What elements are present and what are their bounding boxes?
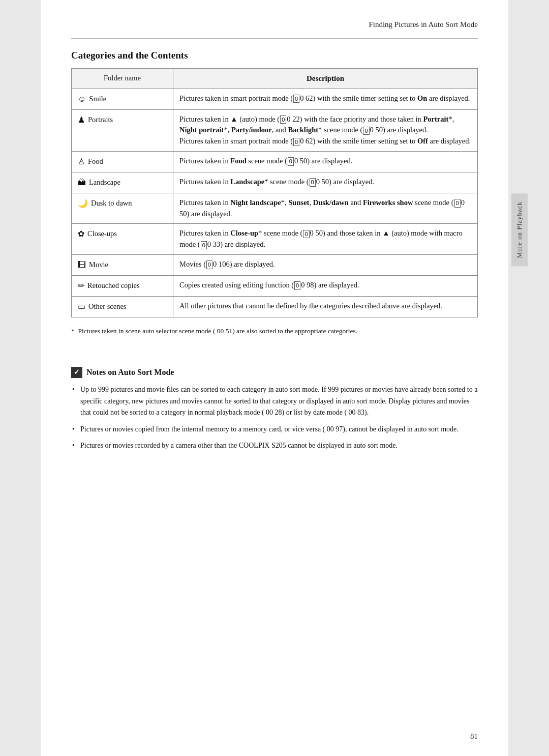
description-cell: Pictures taken in Night landscape*, Suns…	[173, 193, 478, 224]
notes-title: ✓ Notes on Auto Sort Mode	[71, 367, 478, 378]
description-cell: Movies (00 106) are displayed.	[173, 254, 478, 275]
page-number: 81	[470, 732, 478, 741]
description-cell: Pictures taken in Landscape* scene mode …	[173, 172, 478, 193]
description-cell: All other pictures that cannot be define…	[173, 296, 478, 317]
folder-icon: 🏔	[78, 177, 86, 189]
folder-cell: ♟ Portraits	[72, 109, 173, 151]
table-row: ☺ SmilePictures taken in smart portrait …	[72, 89, 478, 109]
folder-icon: 🌙	[78, 197, 88, 210]
folder-cell: ✏ Retouched copies	[72, 275, 173, 296]
folder-name: Portraits	[88, 114, 113, 126]
notes-item: Pictures or movies copied from the inter…	[71, 424, 478, 435]
description-cell: Pictures taken in Close-up* scene mode (…	[173, 224, 478, 255]
table-row: ✿ Close-upsPictures taken in Close-up* s…	[72, 224, 478, 255]
table-row: ♙ FoodPictures taken in Food scene mode …	[72, 151, 478, 172]
folder-icon: ▭	[78, 301, 85, 313]
table-row: ✏ Retouched copiesCopies created using e…	[72, 275, 478, 296]
description-cell: Pictures taken in smart portrait mode (0…	[173, 89, 478, 109]
folder-cell: ♙ Food	[72, 151, 173, 172]
folder-cell: 🏔 Landscape	[72, 172, 173, 193]
page: More on Playback Finding Pictures in Aut…	[41, 0, 508, 756]
notes-item: Pictures or movies recorded by a camera …	[71, 440, 478, 451]
table-row: ♟ PortraitsPictures taken in ▲ (auto) mo…	[72, 109, 478, 151]
table-row: 🌙 Dusk to dawnPictures taken in Night la…	[72, 193, 478, 224]
folder-cell: ☺ Smile	[72, 89, 173, 109]
description-cell: Copies created using editing function (0…	[173, 275, 478, 296]
table-row: ▭ Other scenesAll other pictures that ca…	[72, 296, 478, 317]
folder-name: Smile	[89, 94, 106, 105]
folder-cell: ▭ Other scenes	[72, 296, 173, 317]
notes-list: Up to 999 pictures and movie files can b…	[71, 384, 478, 451]
folder-icon: ✿	[78, 228, 84, 240]
sidebar-label: More on Playback	[511, 193, 528, 266]
folder-name: Other scenes	[88, 301, 126, 312]
notes-title-text: Notes on Auto Sort Mode	[86, 368, 174, 377]
folder-icon: ♙	[78, 156, 85, 168]
folder-icon: ✏	[78, 280, 84, 292]
table-row: 🏔 LandscapePictures taken in Landscape* …	[72, 172, 478, 193]
table-footnote: * Pictures taken in scene auto selector …	[71, 326, 478, 337]
description-cell: Pictures taken in Food scene mode (00 50…	[173, 151, 478, 172]
folder-name: Retouched copies	[87, 280, 140, 292]
folder-cell: ✿ Close-ups	[72, 224, 173, 255]
notes-section: ✓ Notes on Auto Sort Mode Up to 999 pict…	[71, 367, 478, 451]
col-header-folder: Folder name	[72, 69, 173, 89]
check-icon: ✓	[71, 367, 82, 378]
description-cell: Pictures taken in ▲ (auto) mode (00 22) …	[173, 109, 478, 151]
section-title: Categories and the Contents	[71, 50, 478, 61]
folder-cell: 🌙 Dusk to dawn	[72, 193, 173, 224]
folder-icon: ♟	[78, 114, 85, 126]
folder-name: Dusk to dawn	[91, 198, 132, 209]
table-row: 🎞 MovieMovies (00 106) are displayed.	[72, 254, 478, 275]
folder-cell: 🎞 Movie	[72, 254, 173, 275]
notes-item: Up to 999 pictures and movie files can b…	[71, 384, 478, 418]
header-title: Finding Pictures in Auto Sort Mode	[369, 20, 478, 28]
col-header-description: Description	[173, 69, 478, 89]
folder-name: Movie	[89, 259, 108, 271]
page-header: Finding Pictures in Auto Sort Mode	[71, 20, 478, 39]
folder-name: Food	[88, 156, 103, 167]
folder-icon: 🎞	[78, 259, 86, 271]
folder-icon: ☺	[78, 93, 86, 105]
categories-table: Folder name Description ☺ SmilePictures …	[71, 68, 478, 317]
folder-name: Landscape	[89, 177, 120, 188]
folder-name: Close-ups	[87, 228, 117, 240]
